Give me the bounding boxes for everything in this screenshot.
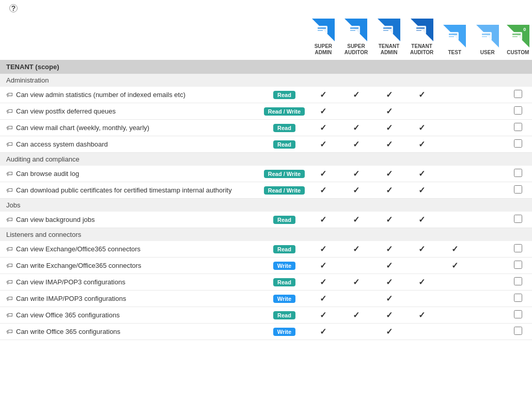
check-cell-super-auditor: ✓ (340, 87, 373, 103)
custom-checkbox-cell[interactable] (504, 166, 532, 182)
capability-name-cell: 🏷Can view IMAP/POP3 configurations (0, 274, 262, 291)
badge-cell: Read (262, 136, 307, 153)
check-cell-super-auditor: ✓ (340, 212, 373, 228)
check-cell-tenant-admin: ✓ (372, 241, 405, 258)
tag-icon: 🏷 (6, 262, 13, 269)
checkmark: ✓ (386, 140, 393, 149)
table-row: 🏷Can view background jobsRead✓✓✓✓ (0, 212, 532, 228)
check-cell-tenant-auditor: ✓ (405, 307, 439, 324)
checkmark: ✓ (418, 186, 425, 195)
check-cell-tenant-admin: ✓ (372, 87, 405, 103)
check-cell-tenant-admin: ✓ (372, 258, 405, 274)
checkmark: ✓ (451, 245, 458, 253)
custom-checkbox-cell[interactable] (504, 87, 532, 103)
tenant-admin-badge (378, 19, 400, 41)
role-col-tenant-auditor: TENANTAUDITOR (405, 17, 439, 60)
check-cell-test: ✓ (438, 241, 471, 258)
custom-checkbox-cell[interactable] (504, 182, 532, 199)
capability-name-cell: 🏷Can view mail chart (weekly, monthly, y… (0, 120, 262, 136)
table-row: 🏷Can write IMAP/POP3 configurationsWrite… (0, 291, 532, 307)
checkmark: ✓ (353, 311, 359, 319)
checkmark: ✓ (386, 245, 393, 253)
checkmark: ✓ (320, 107, 326, 116)
help-icon[interactable]: ? (9, 4, 18, 12)
check-cell-super-admin: ✓ (307, 241, 340, 258)
tag-icon: 🏷 (6, 328, 13, 335)
custom-checkbox[interactable] (514, 123, 522, 131)
check-cell-super-auditor: ✓ (340, 166, 373, 182)
custom-checkbox-cell[interactable] (504, 136, 532, 153)
subsection-label: Jobs (0, 199, 532, 212)
badge-cell: Read (262, 120, 307, 136)
badge-cell: Write (262, 258, 307, 274)
custom-checkbox-cell[interactable] (504, 307, 532, 324)
custom-checkbox-cell[interactable] (504, 120, 532, 136)
svg-rect-6 (350, 27, 358, 29)
check-cell-tenant-auditor (405, 291, 439, 307)
check-cell-test (438, 291, 471, 307)
permission-badge: Read (273, 311, 295, 319)
custom-checkbox-cell[interactable] (504, 274, 532, 291)
custom-checkbox-cell[interactable] (504, 103, 532, 120)
checkmark: ✓ (418, 311, 425, 319)
checkmark: ✓ (418, 278, 425, 286)
permission-badge: Read / Write (264, 170, 305, 178)
custom-checkbox[interactable] (514, 185, 522, 194)
custom-checkbox[interactable] (514, 139, 522, 148)
checkmark: ✓ (353, 123, 359, 132)
permission-badge: Read (273, 245, 295, 253)
custom-checkbox[interactable] (514, 310, 522, 318)
tag-icon: 🏷 (6, 186, 13, 194)
checkmark: ✓ (386, 311, 393, 319)
custom-checkbox[interactable] (514, 215, 522, 223)
permission-badge: Read (273, 278, 295, 286)
check-cell-user (471, 274, 504, 291)
subsection-header-listeners: Listeners and connectors (0, 228, 532, 242)
svg-rect-3 (318, 30, 323, 31)
badge-cell: Read / Write (262, 103, 307, 120)
custom-checkbox[interactable] (514, 261, 522, 269)
capability-name: Can write Office 365 configurations (16, 328, 120, 335)
custom-checkbox[interactable] (514, 90, 522, 98)
tag-icon: 🏷 (6, 216, 13, 223)
tag-icon: 🏷 (6, 140, 13, 148)
check-cell-tenant-admin: ✓ (372, 274, 405, 291)
badge-cell: Write (262, 291, 307, 307)
role-col-super-auditor: SUPERAUDITOR (340, 17, 373, 60)
custom-checkbox[interactable] (514, 244, 522, 252)
custom-checkbox[interactable] (514, 294, 522, 302)
table-row: 🏷Can download public certificates for ce… (0, 182, 532, 199)
table-row: 🏷Can view IMAP/POP3 configurationsRead✓✓… (0, 274, 532, 291)
checkmark: ✓ (386, 278, 393, 286)
svg-rect-2 (318, 27, 326, 29)
custom-checkbox[interactable] (514, 277, 522, 285)
check-cell-super-auditor (340, 324, 373, 340)
custom-checkbox-cell[interactable] (504, 258, 532, 274)
check-cell-super-auditor (340, 291, 373, 307)
checkmark: ✓ (386, 261, 393, 270)
custom-checkbox-cell[interactable] (504, 212, 532, 228)
custom-checkbox-cell[interactable] (504, 291, 532, 307)
custom-badge: 0 (507, 25, 529, 47)
check-cell-tenant-admin: ✓ (372, 291, 405, 307)
check-cell-test (438, 103, 471, 120)
check-cell-tenant-auditor: ✓ (405, 166, 439, 182)
checkmark: ✓ (320, 215, 326, 224)
custom-checkbox[interactable] (514, 106, 522, 115)
custom-checkbox-cell[interactable] (504, 324, 532, 340)
capability-name: Can view Office 365 configurations (16, 311, 120, 319)
check-cell-super-admin: ✓ (307, 136, 340, 153)
check-cell-tenant-auditor: ✓ (405, 241, 439, 258)
check-cell-tenant-admin: ✓ (372, 120, 405, 136)
checkmark: ✓ (320, 278, 326, 286)
svg-rect-15 (416, 30, 421, 31)
check-cell-super-admin: ✓ (307, 274, 340, 291)
checkmark: ✓ (353, 90, 359, 99)
custom-checkbox[interactable] (514, 327, 522, 335)
check-cell-user (471, 241, 504, 258)
checkmark: ✓ (386, 215, 393, 224)
badge-cell: Read / Write (262, 182, 307, 199)
custom-checkbox-cell[interactable] (504, 241, 532, 258)
custom-checkbox[interactable] (514, 169, 522, 177)
check-cell-test (438, 136, 471, 153)
